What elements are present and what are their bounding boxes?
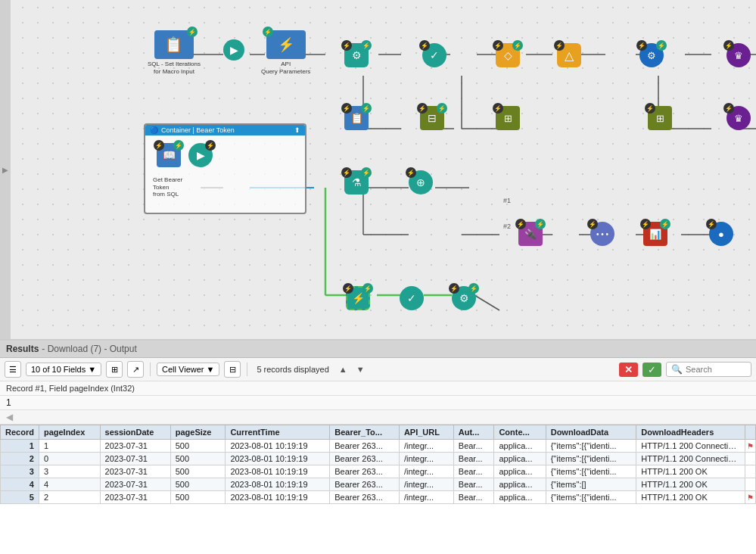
run-node[interactable]: ▶ — [223, 39, 244, 61]
flag-cell — [745, 478, 756, 491]
node-dots3[interactable]: • • • ⚡ — [590, 222, 614, 246]
flag-cell — [745, 465, 756, 478]
node-crown1[interactable]: ♛ ⚡ — [726, 43, 751, 67]
table-row[interactable]: 522023-07-315002023-08-01 10:19:19Bearer… — [1, 491, 756, 504]
badge-gear-b-l: ⚡ — [449, 283, 459, 294]
canvas-left-panel: ▶ — [0, 0, 11, 339]
col-record[interactable]: Record — [1, 425, 39, 440]
cell-value: 2023-08-01 10:19:19 — [226, 440, 330, 453]
flag-icon: ⚑ — [747, 493, 754, 502]
badge-plus3l: ⚡ — [406, 167, 416, 178]
col-aut[interactable]: Aut... — [453, 425, 494, 440]
node-diamond1[interactable]: ◇ ⚡ ⚡ — [496, 43, 520, 67]
node-runner-container[interactable]: ▶ ⚡ — [188, 143, 213, 167]
fields-label: 10 of 10 Fields — [31, 365, 86, 374]
cell-value: Bear... — [453, 491, 494, 504]
badge-t2rl: ⚡ — [493, 103, 503, 114]
col-bearer[interactable]: Bearer_To... — [330, 425, 400, 440]
container-expand[interactable]: ⬆ — [294, 126, 300, 134]
table-row[interactable]: 112023-07-315002023-08-01 10:19:19Bearer… — [1, 440, 756, 453]
badge-light-r: ⚡ — [362, 283, 373, 294]
cell-value: 500 — [170, 491, 226, 504]
node-circle3r[interactable]: ● ⚡ — [709, 222, 733, 246]
node-table2rr[interactable]: ⊞ ⚡ — [648, 106, 672, 130]
cell-value: applica... — [494, 440, 546, 453]
node-lightning[interactable]: ⚡ ⚡ ⚡ — [346, 286, 370, 310]
config-btn[interactable]: ⊟ — [224, 361, 241, 378]
scroll-hint: ◀ — [0, 410, 756, 425]
cell-value: Bear... — [453, 465, 494, 478]
cell-value: HTTP/1.1 200 OK — [636, 465, 745, 478]
badge-crown1: ⚡ — [723, 40, 734, 51]
node-mid3[interactable]: ⚗ ⚡ ⚡ — [344, 170, 369, 195]
api-query-node[interactable]: ⚡ ⚡ APIQuery Parameters — [261, 30, 310, 75]
cell-value: Bear... — [453, 478, 494, 491]
col-currenttime[interactable]: CurrentTime — [226, 425, 330, 440]
clear-btn[interactable]: ✕ — [619, 363, 638, 377]
node-browse2[interactable]: 📋 ⚡ ⚡ — [344, 106, 369, 130]
workflow-canvas[interactable]: #1 #2 📋 ⚡ SQL - Set Iterationsfor Macro … — [0, 0, 756, 341]
cell-value: 2023-07-31 — [100, 491, 170, 504]
node-check1[interactable]: ✓ ⚡ — [422, 43, 446, 67]
data-table-wrapper[interactable]: Record pageIndex sessionDate pageSize Cu… — [0, 425, 756, 554]
node-gear-bottom[interactable]: ⚙ ⚡ ⚡ — [452, 286, 476, 310]
data-table: Record pageIndex sessionDate pageSize Cu… — [0, 425, 756, 504]
node-plus3[interactable]: ⊕ ⚡ — [409, 170, 433, 195]
cell-value: {"items":[{"identi... — [546, 453, 636, 465]
badge-excel3r: ⚡ — [660, 219, 670, 229]
api-icon: ⚡ — [278, 36, 294, 53]
badge-mid3r: ⚡ — [361, 167, 372, 178]
sort-down-btn[interactable]: ▼ — [354, 364, 367, 375]
row-number: 3 — [1, 465, 39, 478]
record-info-label: Record #1, Field pageIndex (Int32) — [6, 384, 135, 393]
col-pagesize[interactable]: pageSize — [170, 425, 226, 440]
badge-puz3r: ⚡ — [535, 219, 546, 229]
col-downloadheaders[interactable]: DownloadHeaders — [636, 425, 745, 440]
cell-value: applica... — [494, 491, 546, 504]
node-crown2[interactable]: ♛ ⚡ — [726, 106, 751, 130]
table-row[interactable]: 442023-07-315002023-08-01 10:19:19Bearer… — [1, 478, 756, 491]
col-sessiondate[interactable]: sessionDate — [100, 425, 170, 440]
col-conte[interactable]: Conte... — [494, 425, 546, 440]
results-subtitle: - Download (7) - Output — [42, 344, 136, 354]
badge-cr1l: ⚡ — [636, 40, 647, 51]
node-tri1[interactable]: △ ⚡ — [557, 43, 581, 67]
node-puzzle3[interactable]: 🔌 ⚡ ⚡ — [518, 222, 543, 246]
table-view-btn[interactable]: ⊞ — [106, 361, 123, 378]
cell-value: 1 — [39, 440, 100, 453]
col-downloaddata[interactable]: DownloadData — [546, 425, 636, 440]
node-badge-sql: ⚡ — [187, 26, 198, 37]
cell-viewer-label: Cell Viewer — [162, 365, 204, 374]
table-row[interactable]: 202023-07-315002023-08-01 10:19:19Bearer… — [1, 453, 756, 465]
search-box[interactable]: 🔍 — [666, 362, 751, 377]
node-check-bottom[interactable]: ✓ — [400, 286, 424, 310]
node-book-container[interactable]: 📖 ⚡ ⚡ — [157, 143, 181, 167]
node-table2[interactable]: ⊟ ⚡ ⚡ — [420, 106, 444, 130]
export-btn[interactable]: ↗ — [127, 361, 144, 378]
cell-value: 2 — [39, 491, 100, 504]
search-input[interactable] — [686, 365, 746, 374]
search-icon: 🔍 — [671, 364, 683, 375]
node-table2r[interactable]: ⊞ ⚡ — [496, 106, 520, 130]
table-row[interactable]: 332023-07-315002023-08-01 10:19:19Bearer… — [1, 465, 756, 478]
sort-up-btn[interactable]: ▲ — [337, 364, 350, 375]
node-gear1[interactable]: ⚙ ⚡ ⚡ — [344, 43, 369, 67]
confirm-btn[interactable]: ✓ — [642, 363, 661, 377]
cell-value: Bear... — [453, 453, 494, 465]
col-pageindex[interactable]: pageIndex — [39, 425, 100, 440]
badge-br2r: ⚡ — [361, 103, 372, 114]
badge-cir3l: ⚡ — [706, 219, 717, 229]
cell-value: 2023-07-31 — [100, 478, 170, 491]
badge-gear1r: ⚡ — [361, 40, 372, 51]
cell-value: 500 — [170, 465, 226, 478]
cell-viewer-btn[interactable]: Cell Viewer ▼ — [157, 363, 219, 376]
node-circle-r1[interactable]: ⚙ ⚡ ⚡ — [639, 43, 664, 67]
badge-t2rrl: ⚡ — [645, 103, 655, 114]
col-apiurl[interactable]: API_URL — [399, 425, 453, 440]
cell-value: /integr... — [399, 491, 453, 504]
sql-macro-node[interactable]: 📋 ⚡ SQL - Set Iterationsfor Macro Input — [148, 30, 201, 75]
sidebar-toggle-btn[interactable]: ☰ — [5, 361, 21, 378]
cell-value: {"items":[{"identi... — [546, 491, 636, 504]
fields-selector-btn[interactable]: 10 of 10 Fields ▼ — [26, 363, 101, 376]
node-excel3[interactable]: 📊 ⚡ ⚡ — [643, 222, 667, 246]
